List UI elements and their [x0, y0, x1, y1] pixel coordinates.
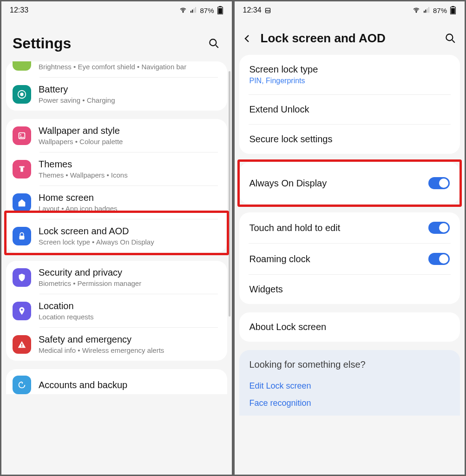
- svg-rect-24: [427, 8, 428, 13]
- lock-icon: [13, 227, 31, 245]
- row-title: Extend Unlock: [249, 104, 450, 115]
- signal-icon: [423, 7, 430, 14]
- search-icon[interactable]: [444, 32, 457, 45]
- row-display[interactable]: Brightness • Eye comfort shield • Naviga…: [6, 61, 227, 77]
- page-title: Settings: [13, 35, 208, 52]
- group-about: About Lock screen: [239, 312, 460, 342]
- row-title: Always On Display: [249, 178, 429, 189]
- row-title: Accounts and backup: [39, 380, 219, 390]
- row-touch-hold-edit[interactable]: Touch and hold to edit: [239, 212, 460, 243]
- row-roaming-clock[interactable]: Roaming clock: [239, 244, 460, 274]
- row-secure-lock-settings[interactable]: Secure lock settings: [239, 125, 460, 154]
- row-sub: Medical info • Wireless emergency alerts: [39, 346, 219, 354]
- svg-line-9: [216, 45, 218, 47]
- search-icon[interactable]: [208, 37, 221, 50]
- row-sub: Location requests: [39, 313, 219, 321]
- row-screen-lock-type[interactable]: Screen lock type PIN, Fingerprints: [239, 55, 460, 94]
- svg-point-17: [21, 309, 23, 311]
- row-themes[interactable]: Themes Themes • Wallpapers • Icons: [6, 152, 227, 185]
- roaming-toggle[interactable]: [428, 253, 450, 265]
- link-face-recognition[interactable]: Face recognition: [249, 395, 450, 412]
- row-title: Security and privacy: [39, 267, 219, 278]
- row-sub: PIN, Fingerprints: [249, 77, 305, 85]
- link-edit-lock-screen[interactable]: Edit Lock screen: [249, 377, 450, 395]
- wifi-icon: [179, 7, 187, 14]
- back-button[interactable]: [240, 32, 254, 46]
- svg-point-8: [210, 39, 216, 46]
- row-widgets[interactable]: Widgets: [239, 275, 460, 304]
- row-about-lock-screen[interactable]: About Lock screen: [239, 312, 460, 342]
- row-wallpaper[interactable]: Wallpaper and style Wallpapers • Colour …: [6, 119, 227, 152]
- row-battery[interactable]: Battery Power saving • Charging: [6, 78, 227, 111]
- svg-point-11: [20, 93, 23, 96]
- row-title: Touch and hold to edit: [249, 223, 429, 233]
- row-extend-unlock[interactable]: Extend Unlock: [239, 95, 460, 124]
- row-title: Screen lock type: [249, 64, 318, 75]
- battery-percent: 87%: [433, 7, 447, 14]
- svg-rect-23: [425, 10, 426, 13]
- row-title: Secure lock settings: [249, 134, 450, 145]
- svg-rect-25: [428, 7, 429, 13]
- row-lock[interactable]: Lock screen and AOD Screen lock type • A…: [6, 219, 227, 252]
- svg-rect-7: [218, 8, 222, 14]
- screenshot-icon: [264, 7, 271, 14]
- group-lock-extras: Touch and hold to edit Roaming clock Wid…: [239, 212, 460, 304]
- shield-icon: [13, 268, 31, 287]
- svg-rect-4: [195, 7, 196, 13]
- group-accounts: Accounts and backup: [6, 369, 227, 394]
- home-icon: [13, 193, 31, 212]
- row-always-on-display[interactable]: Always On Display: [239, 164, 460, 202]
- signal-icon: [190, 7, 197, 14]
- group-security: Security and privacy Biometrics • Permis…: [6, 261, 227, 361]
- battery-icon: [13, 85, 31, 104]
- row-sub: Layout • App icon badges: [39, 205, 219, 212]
- wifi-icon: [413, 7, 420, 14]
- phone-lockscreen: 12:34 87% Lock screen and AOD Screen loc…: [233, 0, 466, 476]
- settings-header: Settings: [1, 19, 232, 61]
- status-right: 87%: [179, 6, 223, 14]
- svg-rect-28: [451, 8, 455, 14]
- svg-point-0: [183, 12, 184, 13]
- row-title: Home screen: [39, 192, 219, 203]
- group-personalization: Wallpaper and style Wallpapers • Colour …: [6, 119, 227, 252]
- row-sub: Biometrics • Permission manager: [39, 279, 219, 287]
- accounts-icon: [13, 376, 31, 394]
- row-sub: Wallpapers • Colour palette: [39, 138, 219, 145]
- svg-rect-15: [20, 167, 23, 172]
- svg-point-13: [20, 134, 21, 135]
- battery-icon: [217, 6, 223, 14]
- row-title: Wallpaper and style: [39, 126, 219, 136]
- row-accounts[interactable]: Accounts and backup: [6, 369, 227, 394]
- status-time: 12:33: [10, 6, 28, 14]
- row-sub: Power saving • Charging: [39, 96, 219, 104]
- svg-rect-19: [21, 346, 22, 347]
- battery-icon: [450, 6, 456, 14]
- row-title: Lock screen and AOD: [39, 226, 219, 237]
- looking-for-title: Looking for something else?: [249, 359, 450, 370]
- status-right: 87%: [413, 6, 456, 14]
- row-security[interactable]: Security and privacy Biometrics • Permis…: [6, 261, 227, 294]
- svg-rect-20: [265, 8, 270, 13]
- looking-for-section: Looking for something else? Edit Lock sc…: [239, 350, 460, 416]
- status-bar: 12:34 87%: [235, 1, 465, 19]
- scrollbar[interactable]: [229, 71, 230, 317]
- row-home[interactable]: Home screen Layout • App icon badges: [6, 186, 227, 219]
- aod-toggle[interactable]: [428, 177, 450, 189]
- svg-rect-18: [21, 344, 22, 346]
- svg-rect-14: [20, 166, 25, 167]
- touch-toggle[interactable]: [428, 222, 450, 234]
- row-sub: Screen lock type • Always On Display: [39, 238, 219, 246]
- svg-rect-22: [424, 11, 425, 13]
- svg-rect-2: [192, 10, 193, 13]
- row-title: About Lock screen: [249, 322, 450, 332]
- settings-list[interactable]: Brightness • Eye comfort shield • Naviga…: [1, 61, 232, 475]
- lock-settings-list[interactable]: Screen lock type PIN, Fingerprints Exten…: [235, 55, 465, 475]
- row-title: Roaming clock: [249, 254, 429, 264]
- row-title: Battery: [39, 84, 219, 95]
- phone-settings: 12:33 87% Settings Brightness • Eye comf…: [0, 0, 233, 476]
- row-location[interactable]: Location Location requests: [6, 294, 227, 327]
- row-title: Widgets: [249, 284, 450, 295]
- status-bar: 12:33 87%: [1, 1, 232, 19]
- group-lock-basics: Screen lock type PIN, Fingerprints Exten…: [239, 55, 460, 154]
- row-safety[interactable]: Safety and emergency Medical info • Wire…: [6, 328, 227, 361]
